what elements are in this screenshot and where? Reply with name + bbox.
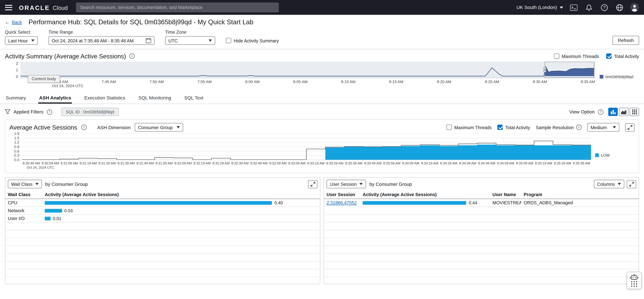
empty-row bbox=[5, 238, 320, 246]
x-axis-tick-label: 8:34:09 AM bbox=[402, 161, 419, 165]
maximum-threads-checkbox[interactable] bbox=[554, 54, 559, 59]
grid-view-button[interactable] bbox=[630, 108, 639, 116]
x-axis-tick-label: 8:35:19 AM bbox=[535, 161, 552, 165]
expand-panel-button[interactable] bbox=[308, 180, 318, 188]
x-axis-tick-label: 7:55 AM bbox=[197, 79, 212, 84]
language-globe-icon[interactable] bbox=[615, 3, 624, 12]
x-axis-tick-label: 8:32:19 AM bbox=[194, 161, 211, 165]
table-row: User I/O0.01 bbox=[5, 214, 320, 222]
application-window: ORACLE Cloud UK South (London) ? bbox=[0, 0, 644, 299]
x-axis-tick-label: 8:10 AM bbox=[341, 79, 356, 84]
global-search bbox=[76, 3, 279, 13]
notifications-bell-icon[interactable] bbox=[584, 3, 594, 12]
empty-cell bbox=[5, 261, 320, 269]
tab-sql-text[interactable]: SQL Text bbox=[183, 93, 204, 104]
column-header-user-session: User Session bbox=[324, 190, 360, 199]
wait-class-cell: Network bbox=[5, 207, 42, 214]
info-icon[interactable] bbox=[129, 54, 134, 59]
area-chart-view-button[interactable] bbox=[619, 108, 628, 116]
empty-row bbox=[324, 261, 639, 269]
user-session-cell: 2:31866,47552 bbox=[324, 199, 360, 207]
empty-row bbox=[5, 253, 320, 261]
total-activity-group: Total Activity bbox=[606, 54, 639, 59]
user-session-panel-header: User Session by Consumer Group Columns bbox=[324, 178, 639, 190]
chevron-down-icon bbox=[209, 40, 212, 42]
wait-class-dimension-dropdown[interactable]: Wait Class bbox=[8, 180, 42, 188]
x-axis-tick-label: 8:35:29 AM bbox=[554, 161, 571, 165]
time-range-input[interactable] bbox=[52, 38, 142, 43]
robot-icon bbox=[630, 274, 638, 287]
y-axis-tick-label: 1.5 bbox=[14, 136, 19, 140]
column-header-activity-average-active-sessions: Activity (Average Active Sessions) bbox=[42, 190, 320, 199]
user-avatar[interactable] bbox=[630, 3, 639, 12]
x-axis-tick-label: 8:32:09 AM bbox=[174, 161, 192, 165]
calendar-icon[interactable] bbox=[146, 38, 151, 43]
logo-cloud-text: Cloud bbox=[53, 4, 68, 11]
time-zone-dropdown[interactable]: UTC bbox=[165, 36, 215, 45]
sample-resolution-label: Sample Resolution bbox=[536, 125, 574, 130]
info-icon[interactable] bbox=[81, 125, 86, 130]
tab-summary[interactable]: Summary bbox=[5, 93, 27, 104]
activity-bar-wrap: 0.40 bbox=[45, 200, 318, 205]
time-zone-field: Time Zone UTC bbox=[165, 30, 215, 45]
bar-chart-view-button[interactable] bbox=[608, 108, 618, 116]
low-consumer-group-bar bbox=[363, 147, 382, 160]
columns-dropdown[interactable]: Columns bbox=[594, 180, 624, 188]
activity-bar-wrap: 0.01 bbox=[45, 216, 318, 221]
tab-sql-monitoring[interactable]: SQL Monitoring bbox=[138, 93, 172, 104]
total-activity-label: Total Activity bbox=[614, 54, 639, 59]
view-option-buttons bbox=[608, 108, 639, 116]
activity-summary-chart-row: 012 7:40 AM7:45 AM7:50 AM7:55 AM8:00 AM8… bbox=[5, 62, 639, 88]
tab-execution-statistics[interactable]: Execution Statistics bbox=[84, 93, 126, 104]
info-icon[interactable] bbox=[576, 125, 582, 130]
hide-activity-summary-checkbox[interactable] bbox=[226, 38, 231, 43]
x-axis-tick-label: 8:35:39 AM bbox=[573, 161, 590, 165]
search-input[interactable] bbox=[80, 5, 275, 10]
sql-id-filter-chip[interactable]: SQL ID : 0m0365b8j99qd bbox=[61, 108, 119, 116]
filter-row: Applied Filters SQL ID : 0m0365b8j99qd V… bbox=[0, 104, 644, 119]
info-icon[interactable] bbox=[598, 109, 603, 115]
activity-bar-wrap: 0.03 bbox=[45, 208, 318, 213]
x-axis-date-label: Oct 24, 2024 UTC bbox=[52, 84, 83, 88]
low-consumer-group-bar bbox=[401, 146, 420, 160]
ash-dimension-dropdown[interactable]: Consumer Group bbox=[135, 123, 183, 132]
wait-class-cell: User I/O bbox=[5, 214, 42, 222]
region-selector[interactable]: UK South (London) bbox=[516, 5, 563, 10]
x-axis-tick-label: 8:33:59 AM bbox=[383, 161, 400, 165]
ash-maximum-threads-checkbox[interactable] bbox=[446, 125, 452, 130]
chevron-down-icon bbox=[618, 183, 621, 185]
expand-chart-button[interactable] bbox=[625, 123, 635, 131]
empty-cell bbox=[324, 253, 639, 261]
cloud-shell-icon[interactable] bbox=[569, 3, 578, 12]
chevron-down-icon bbox=[360, 183, 363, 185]
sample-resolution-dropdown[interactable]: Medium bbox=[587, 123, 619, 132]
expand-panel-button[interactable] bbox=[627, 180, 636, 188]
empty-cell bbox=[324, 230, 639, 238]
help-icon[interactable]: ? bbox=[600, 3, 609, 12]
low-consumer-group-bar bbox=[553, 145, 572, 160]
low-consumer-group-bar bbox=[515, 145, 534, 160]
hamburger-menu-icon[interactable] bbox=[5, 5, 12, 10]
y-axis-tick-label: 0.0 bbox=[14, 158, 19, 162]
chevron-down-icon bbox=[613, 126, 616, 128]
tab-ash-analytics[interactable]: ASH Analytics bbox=[38, 93, 72, 104]
user-session-dimension-dropdown[interactable]: User Session bbox=[326, 180, 366, 188]
total-activity-checkbox[interactable] bbox=[606, 54, 612, 59]
back-label: Back bbox=[12, 20, 22, 25]
session-link[interactable]: 2:31866,47552 bbox=[326, 200, 357, 205]
chevron-down-icon bbox=[560, 6, 563, 9]
info-icon[interactable] bbox=[47, 109, 52, 115]
x-axis-tick-label: 8:33:29 AM bbox=[326, 161, 344, 165]
back-link[interactable]: Back bbox=[5, 19, 22, 25]
assistant-widget-button[interactable] bbox=[627, 272, 642, 289]
activity-summary-plot[interactable] bbox=[20, 62, 596, 78]
chart-tooltip: Content body bbox=[28, 75, 60, 83]
ash-sessions-chart-svg bbox=[22, 134, 591, 160]
ash-sessions-plot[interactable] bbox=[22, 134, 591, 160]
ash-total-activity-checkbox[interactable] bbox=[498, 125, 503, 130]
refresh-button[interactable]: Refresh bbox=[612, 36, 639, 45]
topbar: ORACLE Cloud UK South (London) ? bbox=[0, 0, 644, 15]
activity-cell: 0.03 bbox=[42, 207, 320, 214]
quick-select-dropdown[interactable]: Last Hour bbox=[5, 36, 38, 45]
brush-handle[interactable] bbox=[544, 68, 546, 72]
